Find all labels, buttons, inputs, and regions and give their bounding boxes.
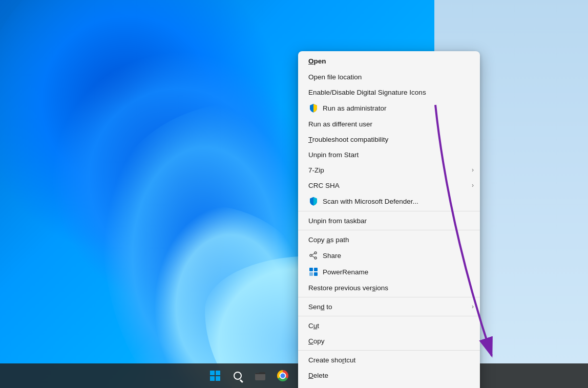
menu-item-delete[interactable]: Delete xyxy=(298,368,480,383)
submenu-arrow-7zip: › xyxy=(472,166,474,174)
svg-rect-10 xyxy=(255,373,265,380)
context-menu: Open Open file location Enable/Disable D… xyxy=(298,51,480,388)
menu-item-7zip[interactable]: 7-Zip › xyxy=(298,162,480,178)
menu-item-send-to-label: Send to xyxy=(308,303,332,311)
menu-item-run-as-admin[interactable]: Run as administrator xyxy=(298,100,480,116)
windows-logo-icon xyxy=(210,371,220,381)
menu-item-create-shortcut-label: Create shortcut xyxy=(308,356,355,364)
menu-item-open-file-location-label: Open file location xyxy=(308,73,362,81)
menu-item-scan-defender[interactable]: Scan with Microsoft Defender... xyxy=(298,193,480,209)
menu-item-run-as-different[interactable]: Run as different user xyxy=(298,116,480,132)
menu-item-unpin-start[interactable]: Unpin from Start xyxy=(298,147,480,162)
taskbar-chrome-button[interactable] xyxy=(272,365,293,386)
menu-item-7zip-label: 7-Zip xyxy=(308,166,324,174)
svg-point-2 xyxy=(310,254,312,256)
menu-item-copy-as-path-label: Copy as path xyxy=(308,236,349,244)
menu-item-create-shortcut[interactable]: Create shortcut xyxy=(298,352,480,368)
menu-item-copy-label: Copy xyxy=(308,337,325,345)
svg-line-4 xyxy=(312,256,314,257)
menu-item-copy[interactable]: Copy xyxy=(298,333,480,349)
menu-item-unpin-taskbar[interactable]: Unpin from taskbar xyxy=(298,213,480,228)
svg-rect-7 xyxy=(309,272,313,276)
menu-item-run-as-different-label: Run as different user xyxy=(308,120,372,128)
search-icon xyxy=(234,372,242,380)
shield-uac-icon xyxy=(308,103,319,113)
svg-rect-5 xyxy=(309,268,313,271)
submenu-arrow-send-to: › xyxy=(472,303,474,310)
menu-item-run-as-admin-label: Run as administrator xyxy=(323,104,387,112)
menu-item-unpin-taskbar-label: Unpin from taskbar xyxy=(308,217,367,225)
file-explorer-icon xyxy=(255,370,266,381)
menu-item-crc-sha[interactable]: CRC SHA › xyxy=(298,178,480,193)
menu-item-troubleshoot-label: Troubleshoot compatibility xyxy=(308,136,388,143)
divider-2 xyxy=(298,230,480,230)
menu-item-open-label: Open xyxy=(308,57,326,65)
divider-5 xyxy=(298,350,480,351)
menu-item-delete-label: Delete xyxy=(308,372,328,379)
menu-item-open[interactable]: Open xyxy=(298,53,480,69)
menu-item-enable-disable-label: Enable/Disable Digital Signature Icons xyxy=(308,89,426,96)
menu-item-enable-disable-signature[interactable]: Enable/Disable Digital Signature Icons xyxy=(298,84,480,100)
divider-4 xyxy=(298,316,480,316)
taskbar-file-explorer-button[interactable] xyxy=(250,365,270,386)
menu-item-scan-defender-label: Scan with Microsoft Defender... xyxy=(323,198,418,205)
menu-item-cut-label: Cut xyxy=(308,322,319,330)
menu-item-copy-as-path[interactable]: Copy as path xyxy=(298,232,480,247)
menu-item-cut[interactable]: Cut xyxy=(298,318,480,333)
menu-item-restore-previous-label: Restore previous versions xyxy=(308,284,388,292)
menu-item-unpin-start-label: Unpin from Start xyxy=(308,151,359,159)
menu-item-share[interactable]: Share xyxy=(298,247,480,264)
menu-item-powerrename-label: PowerRename xyxy=(323,268,368,276)
chrome-icon xyxy=(277,370,288,381)
menu-item-restore-previous[interactable]: Restore previous versions xyxy=(298,280,480,295)
menu-item-properties[interactable]: Properties xyxy=(298,383,480,388)
taskbar-start-button[interactable] xyxy=(205,365,225,386)
svg-point-1 xyxy=(314,257,317,259)
svg-line-3 xyxy=(312,253,314,255)
svg-point-0 xyxy=(314,252,317,254)
desktop: Open Open file location Enable/Disable D… xyxy=(0,0,588,388)
share-icon xyxy=(308,250,319,261)
svg-rect-8 xyxy=(314,272,318,276)
powerrename-icon xyxy=(308,267,319,277)
taskbar: X ⚙ xyxy=(0,363,588,388)
divider-1 xyxy=(298,211,480,211)
menu-item-open-file-location[interactable]: Open file location xyxy=(298,69,480,84)
divider-3 xyxy=(298,297,480,297)
submenu-arrow-crc: › xyxy=(472,182,474,189)
menu-item-crc-sha-label: CRC SHA xyxy=(308,182,340,189)
taskbar-search-button[interactable] xyxy=(227,365,248,386)
menu-item-powerrename[interactable]: PowerRename xyxy=(298,264,480,280)
menu-item-troubleshoot[interactable]: Troubleshoot compatibility xyxy=(298,132,480,147)
menu-item-send-to[interactable]: Send to › xyxy=(298,299,480,314)
menu-item-share-label: Share xyxy=(323,252,341,260)
defender-icon xyxy=(308,196,319,206)
svg-rect-6 xyxy=(314,268,318,271)
